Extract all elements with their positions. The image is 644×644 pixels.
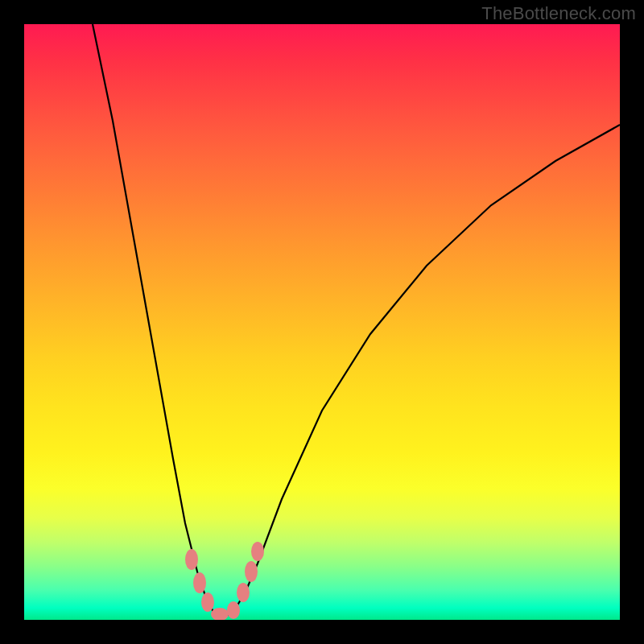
curve-marker	[193, 572, 206, 593]
curve-left-branch	[93, 24, 221, 618]
curve-marker	[251, 542, 264, 561]
watermark-text: TheBottleneck.com	[481, 3, 636, 24]
chart-svg	[24, 24, 620, 620]
curve-right-branch	[221, 125, 620, 618]
curve-marker	[211, 608, 229, 620]
curve-marker	[185, 549, 198, 570]
chart-plot-area	[24, 24, 620, 620]
curve-markers-group	[185, 542, 264, 620]
curve-marker	[201, 592, 214, 612]
curve-marker	[245, 561, 258, 582]
curve-marker	[227, 601, 240, 619]
curve-marker	[237, 583, 250, 602]
